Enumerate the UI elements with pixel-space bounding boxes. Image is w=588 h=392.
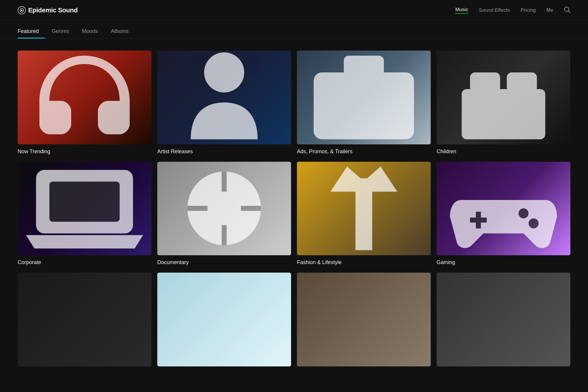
svg-point-2 [564, 7, 569, 11]
grid-thumb-inner-fashion-lifestyle [297, 162, 431, 256]
grid-thumb-ads-promos-trailers [297, 51, 431, 144]
grid-thumb-inner-corporate [18, 162, 151, 256]
grid-item-corporate[interactable]: Corporate [18, 162, 151, 267]
grid-label-corporate: Corporate [18, 259, 151, 267]
grid-label-artist-releases: Artist Releases [157, 149, 291, 156]
svg-point-4 [204, 52, 244, 93]
grid-item-documentary[interactable]: Documentary [157, 162, 291, 267]
grid-thumb-row3-1 [18, 273, 151, 366]
nav-sound-effects[interactable]: Sound Effects [479, 7, 510, 13]
brand-name: Epidemic Sound [28, 6, 78, 14]
grid-thumb-gaming [437, 162, 570, 256]
grid-item-row3-4[interactable] [437, 273, 570, 366]
svg-point-7 [352, 94, 376, 118]
grid-thumb-documentary [157, 162, 291, 256]
tab-albums[interactable]: Albums [111, 24, 134, 39]
grid-item-row3-2[interactable] [157, 273, 291, 366]
svg-point-26 [529, 218, 539, 228]
tab-genres[interactable]: Genres [52, 24, 75, 39]
grid-thumb-row3-3 [297, 273, 431, 366]
navbar-links: Music Sound Effects Pricing Me [455, 6, 570, 14]
tab-moods[interactable]: Moods [82, 24, 104, 39]
grid-thumb-fashion-lifestyle [297, 162, 431, 256]
svg-rect-9 [462, 89, 545, 139]
search-icon[interactable] [564, 6, 570, 14]
grid-label-children: Children [437, 149, 570, 156]
grid-thumb-inner-artist-releases [157, 51, 291, 144]
grid-label-gaming: Gaming [437, 259, 570, 267]
svg-point-1 [21, 9, 23, 11]
nav-me[interactable]: Me [546, 7, 553, 13]
svg-rect-8 [344, 56, 384, 76]
grid-thumb-inner-row3-3 [297, 273, 431, 366]
grid-label-documentary: Documentary [157, 259, 291, 267]
grid-thumb-children [437, 51, 570, 144]
grid-item-children[interactable]: Children [437, 51, 570, 156]
grid-label-ads-promos-trailers: Ads, Promos, & Trailers [297, 149, 431, 156]
epidemic-sound-logo-icon [18, 6, 26, 14]
grid-item-gaming[interactable]: Gaming [437, 162, 570, 267]
svg-point-13 [514, 87, 527, 101]
svg-rect-16 [49, 182, 120, 222]
grid-thumb-inner-gaming [437, 162, 570, 256]
navbar: Epidemic Sound Music Sound Effects Prici… [0, 0, 588, 21]
grid-item-now-trending[interactable]: Now Trending [18, 51, 151, 156]
grid-thumb-inner-children [437, 51, 570, 144]
svg-point-12 [480, 87, 494, 101]
grid-item-fashion-lifestyle[interactable]: Fashion & Lifestyle [297, 162, 431, 267]
tabs-bar: Featured Genres Moods Albums [0, 24, 588, 39]
grid-thumb-row3-4 [437, 273, 570, 366]
grid-item-row3-3[interactable] [297, 273, 431, 366]
grid-thumb-inner-row3-2 [157, 273, 291, 366]
grid-thumb-inner-now-trending [18, 51, 151, 144]
music-grid-container: Now TrendingArtist ReleasesAds, Promos, … [0, 39, 588, 378]
brand-logo[interactable]: Epidemic Sound [18, 6, 78, 14]
grid-thumb-row3-2 [157, 273, 291, 366]
nav-music[interactable]: Music [455, 7, 468, 14]
nav-pricing[interactable]: Pricing [520, 7, 536, 13]
grid-thumb-inner-documentary [157, 162, 291, 256]
grid-thumb-inner-row3-4 [437, 273, 570, 366]
grid-thumb-inner-ads-promos-trailers [297, 51, 431, 144]
grid-label-now-trending: Now Trending [18, 149, 151, 156]
grid-thumb-artist-releases [157, 51, 291, 144]
svg-point-25 [519, 208, 529, 218]
music-grid: Now TrendingArtist ReleasesAds, Promos, … [18, 51, 570, 366]
grid-thumb-now-trending [18, 51, 151, 144]
grid-thumb-inner-row3-1 [18, 273, 151, 366]
tab-featured[interactable]: Featured [18, 24, 45, 39]
grid-item-row3-1[interactable] [18, 273, 151, 366]
grid-item-ads-promos-trailers[interactable]: Ads, Promos, & Trailers [297, 51, 431, 156]
svg-line-3 [569, 11, 570, 13]
grid-thumb-corporate [18, 162, 151, 256]
grid-item-artist-releases[interactable]: Artist Releases [157, 51, 291, 156]
svg-point-18 [208, 192, 241, 225]
grid-label-fashion-lifestyle: Fashion & Lifestyle [297, 259, 431, 267]
